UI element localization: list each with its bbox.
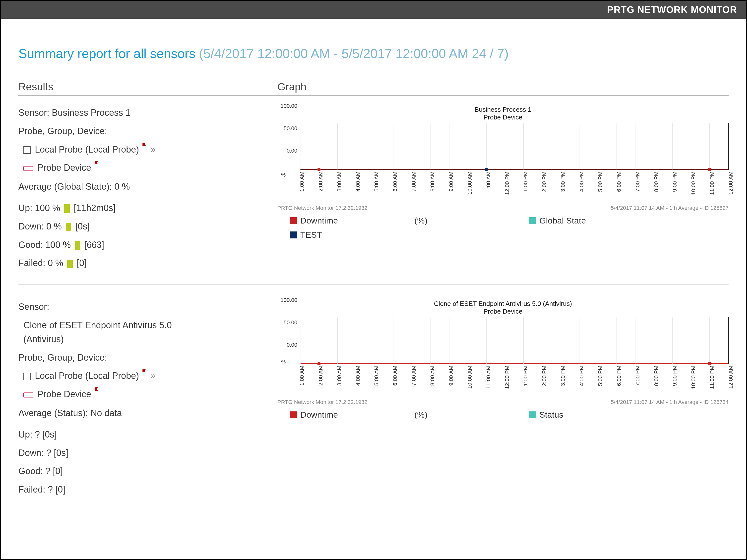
probe-device-text: Probe Device [37,162,91,173]
device-icon [23,166,33,171]
ytick: 0.00 [279,342,297,348]
chart-title: Clone of ESET Endpoint Antivirus 5.0 (An… [277,300,728,308]
chart-footer: PRTG Network Monitor 17.2.32.1932 5/4/20… [277,399,728,405]
average-value: 0 % [114,182,130,192]
failed-secondary: [0] [55,484,65,495]
legend-label: Global State [539,216,586,225]
page-title-wrap: Summary report for all sensors (5/4/2017… [19,46,728,61]
device-icon [23,393,33,398]
downtime-line [300,169,728,169]
page-title: Summary report for all sensors (5/4/2017… [19,46,728,61]
probe-icon [23,146,31,154]
chart-footer-left: PRTG Network Monitor 17.2.32.1932 [277,399,367,405]
bar-chip-icon [64,204,70,213]
good-label: Good: [19,240,43,250]
failed-label: Failed: [19,484,45,495]
chart-subtitle: Probe Device [277,308,728,315]
failed-row: Failed: ? [0] [19,483,270,497]
good-label: Good: [19,466,43,476]
chart-footer-right: 5/4/2017 11:07:14 AM - 1 h Average - ID … [611,205,728,211]
app-title-bar: PRTG NETWORK MONITOR [1,1,746,19]
down-secondary: [0s] [75,221,89,232]
chart-xticks: 1:00 AM2:00 AM3:00 AM4:00 AM5:00 AM6:00 … [300,366,728,398]
flag-icon [95,387,98,391]
flag-icon [95,161,98,164]
up-pct: ? [35,429,40,439]
legend-item: Downtime [290,216,414,225]
average-row: Average (Status): No data [19,406,270,420]
sensor-label: Sensor: [19,302,49,312]
up-secondary: [0s] [42,429,57,439]
sensor-label: Sensor: [19,108,49,118]
failed-secondary: [0] [77,258,87,268]
good-pct: 100 % [45,240,71,250]
up-label: Up: [19,429,32,439]
up-pct: 100 % [35,203,60,213]
sensor-name: Clone of ESET Endpoint Antivirus 5.0 (An… [19,318,208,346]
legend-item: Status [529,410,653,420]
up-row: Up: 100 % [11h2m0s] [19,201,270,215]
good-pct: ? [45,466,50,476]
legend-item: Global State [529,216,653,225]
bar-chip-icon [67,260,73,268]
chevron-right-icon: » [150,144,155,155]
downtime-line [300,363,728,364]
chart: Clone of ESET Endpoint Antivirus 5.0 (An… [277,300,728,424]
down-secondary: [0s] [54,448,68,458]
legend-label: TEST [300,230,322,240]
legend-label: Downtime [300,216,338,225]
page-title-range: (5/4/2017 12:00:00 AM - 5/5/2017 12:00:0… [199,46,509,61]
probe-device-row: Probe Device [19,387,270,401]
good-secondary: [0] [53,466,63,476]
legend-swatch-icon [529,411,536,418]
legend-item: Downtime [290,410,414,420]
pgd-label: Probe, Group, Device: [19,124,270,138]
chart-ylabel: % [281,359,286,365]
chart-legend: Downtime (%) Global State TEST [290,216,728,244]
chart-subtitle: Probe Device [277,113,728,121]
ytick: 0.00 [279,148,297,154]
local-probe-text: Local Probe (Local Probe) [35,371,139,381]
up-secondary: [11h2m0s] [74,203,115,213]
up-row: Up: ? [0s] [19,428,270,442]
ytick: 100.00 [279,103,297,109]
chart-xticks: 1:00 AM2:00 AM3:00 AM4:00 AM5:00 AM6:00 … [300,171,728,204]
legend-unit-text: (%) [414,410,428,420]
good-secondary: [663] [84,240,104,250]
average-label: Average (Global State): [19,182,112,192]
legend-item: TEST [290,230,414,240]
probe-device-text: Probe Device [37,389,91,399]
sensor-name-row: Sensor: Business Process 1 [19,106,270,120]
legend-swatch-icon [290,411,297,418]
failed-row: Failed: 0 % [0] [19,256,270,270]
chart-plot [300,123,728,170]
app-title: PRTG NETWORK MONITOR [607,4,737,15]
down-row: Down: ? [0s] [19,446,270,460]
local-probe-row: Local Probe (Local Probe) » [19,142,270,157]
chart-plot [300,317,728,364]
sensor-block: Sensor: Business Process 1 Probe, Group,… [19,106,728,285]
average-value: No data [91,408,122,418]
down-pct: 0 % [46,221,62,232]
average-row: Average (Global State): 0 % [19,180,270,194]
failed-pct: ? [48,484,53,495]
chart-title: Business Process 1 [277,106,728,113]
bar-chip-icon [66,223,71,231]
flag-icon [143,142,146,146]
legend-unit: (%) [414,216,529,225]
sensor-name: Business Process 1 [52,108,130,118]
legend-swatch-icon [290,232,297,238]
chart-legend: Downtime (%) Status [290,410,728,424]
chart-footer-right: 5/4/2017 11:07:14 AM - 1 h Average - ID … [611,399,728,405]
columns-header: Results Graph [19,81,728,96]
chevron-right-icon: » [150,371,155,381]
down-row: Down: 0 % [0s] [19,219,270,234]
page-title-text: Summary report for all sensors [19,46,196,61]
probe-device-row: Probe Device [19,161,270,175]
sensor-block: Sensor: Clone of ESET Endpoint Antivirus… [19,300,728,511]
ytick: 100.00 [279,297,297,303]
sensor-details: Sensor: Business Process 1 Probe, Group,… [19,106,277,274]
flag-icon [143,369,146,372]
probe-icon [23,373,31,380]
chart-ylabel: % [281,172,286,178]
